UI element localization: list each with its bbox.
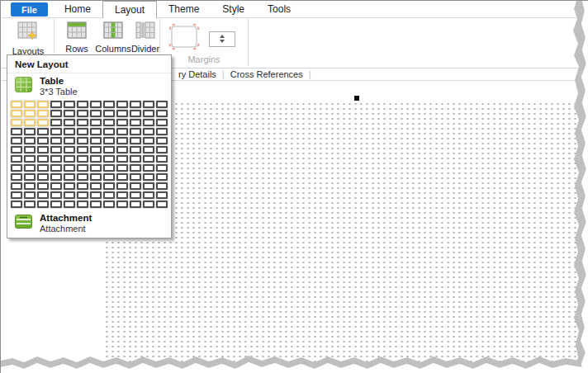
table-size-cell[interactable] <box>143 201 154 208</box>
table-size-cell[interactable] <box>77 164 88 172</box>
table-size-cell[interactable] <box>37 201 49 208</box>
table-size-cell[interactable] <box>11 201 22 208</box>
table-size-cell[interactable] <box>64 201 75 208</box>
table-size-cell[interactable] <box>50 182 62 190</box>
table-size-cell[interactable] <box>64 155 75 163</box>
table-size-cell[interactable] <box>130 119 141 126</box>
table-size-cell[interactable] <box>130 173 141 181</box>
table-size-cell[interactable] <box>116 164 128 172</box>
table-size-cell[interactable] <box>24 182 36 190</box>
table-size-cell[interactable] <box>103 101 115 108</box>
spinner-down-icon[interactable] <box>220 40 225 43</box>
table-size-cell[interactable] <box>77 146 88 153</box>
table-size-cell[interactable] <box>90 137 102 144</box>
table-size-cell[interactable] <box>103 146 115 153</box>
table-size-cell[interactable] <box>116 146 128 153</box>
attachment-menu-item[interactable]: Attachment Attachment <box>7 210 171 238</box>
table-size-cell[interactable] <box>156 201 168 208</box>
table-menu-item[interactable]: Table 3*3 Table <box>7 73 171 99</box>
table-size-cell[interactable] <box>50 101 62 108</box>
tab-tools[interactable]: Tools <box>256 1 302 17</box>
table-size-cell[interactable] <box>37 155 49 163</box>
table-size-cell[interactable] <box>37 119 49 126</box>
table-size-cell[interactable] <box>90 191 102 199</box>
table-size-cell[interactable] <box>90 201 102 208</box>
table-size-cell[interactable] <box>156 128 168 135</box>
table-size-cell[interactable] <box>156 164 168 172</box>
table-size-cell[interactable] <box>143 191 154 199</box>
margins-icon[interactable] <box>167 21 202 56</box>
table-size-cell[interactable] <box>37 137 49 144</box>
table-size-cell[interactable] <box>11 164 22 172</box>
table-size-cell[interactable] <box>103 119 115 126</box>
table-size-cell[interactable] <box>116 119 128 126</box>
tab-theme[interactable]: Theme <box>157 1 211 17</box>
table-size-cell[interactable] <box>64 137 75 144</box>
table-size-cell[interactable] <box>77 101 88 108</box>
table-size-cell[interactable] <box>103 155 115 163</box>
table-size-cell[interactable] <box>11 119 22 126</box>
table-size-cell[interactable] <box>50 110 62 117</box>
table-size-cell[interactable] <box>24 201 36 208</box>
table-size-cell[interactable] <box>11 191 22 199</box>
table-size-cell[interactable] <box>116 137 128 144</box>
table-size-cell[interactable] <box>37 173 49 181</box>
table-size-cell[interactable] <box>116 110 128 117</box>
table-size-cell[interactable] <box>77 119 88 126</box>
table-size-cell[interactable] <box>103 191 115 199</box>
table-size-cell[interactable] <box>37 164 49 172</box>
table-size-cell[interactable] <box>116 201 128 208</box>
table-size-cell[interactable] <box>143 155 154 163</box>
table-size-cell[interactable] <box>90 164 102 172</box>
table-size-cell[interactable] <box>77 128 88 135</box>
table-size-cell[interactable] <box>156 173 168 181</box>
table-size-cell[interactable] <box>37 146 49 153</box>
table-size-cell[interactable] <box>143 110 154 117</box>
table-size-cell[interactable] <box>64 119 75 126</box>
table-size-cell[interactable] <box>156 137 168 144</box>
canvas-dot-grid[interactable] <box>104 102 588 373</box>
table-size-cell[interactable] <box>24 173 36 181</box>
table-size-cell[interactable] <box>90 155 102 163</box>
table-size-cell[interactable] <box>103 110 115 117</box>
selection-handle[interactable] <box>354 96 359 101</box>
table-size-cell[interactable] <box>64 146 75 153</box>
margin-size-spinner[interactable] <box>209 31 235 47</box>
table-size-cell[interactable] <box>130 155 141 163</box>
table-size-cell[interactable] <box>90 128 102 135</box>
table-size-cell[interactable] <box>24 110 36 117</box>
table-size-cell[interactable] <box>130 146 141 153</box>
table-size-cell[interactable] <box>77 201 88 208</box>
tab-home[interactable]: Home <box>53 1 102 17</box>
table-size-cell[interactable] <box>103 201 115 208</box>
table-size-cell[interactable] <box>77 110 88 117</box>
table-size-cell[interactable] <box>24 164 36 172</box>
table-size-cell[interactable] <box>143 182 154 190</box>
table-size-cell[interactable] <box>64 164 75 172</box>
table-size-cell[interactable] <box>130 182 141 190</box>
table-size-cell[interactable] <box>37 101 49 108</box>
table-size-cell[interactable] <box>64 182 75 190</box>
table-size-cell[interactable] <box>24 119 36 126</box>
table-size-cell[interactable] <box>50 173 62 181</box>
table-size-cell[interactable] <box>143 128 154 135</box>
table-size-cell[interactable] <box>37 110 49 117</box>
tab-file[interactable]: File <box>11 2 48 17</box>
table-size-cell[interactable] <box>103 137 115 144</box>
table-size-cell[interactable] <box>24 128 36 135</box>
table-size-cell[interactable] <box>156 191 168 199</box>
table-size-cell[interactable] <box>103 164 115 172</box>
table-size-cell[interactable] <box>64 110 75 117</box>
table-size-cell[interactable] <box>77 191 88 199</box>
table-size-cell[interactable] <box>50 164 62 172</box>
table-size-cell[interactable] <box>90 101 102 108</box>
table-size-cell[interactable] <box>103 182 115 190</box>
table-size-cell[interactable] <box>50 146 62 153</box>
table-size-cell[interactable] <box>64 128 75 135</box>
document-tab[interactable]: Cross References <box>227 69 306 79</box>
table-size-cell[interactable] <box>143 146 154 153</box>
table-size-cell[interactable] <box>130 128 141 135</box>
table-size-cell[interactable] <box>116 173 128 181</box>
table-size-cell[interactable] <box>130 101 141 108</box>
table-size-cell[interactable] <box>90 146 102 153</box>
